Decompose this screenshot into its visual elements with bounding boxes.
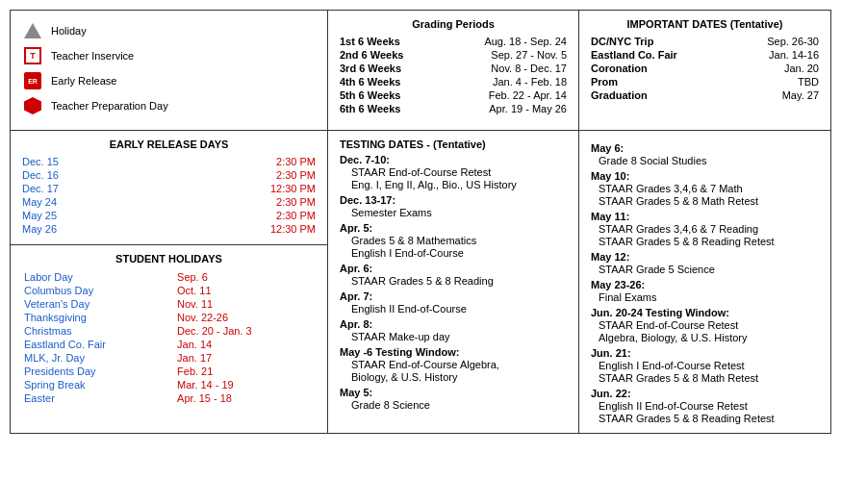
sh-row-2: Columbus Day Oct. 11 (22, 284, 316, 297)
legend-section: Holiday T Teacher Inservice ER Early Rel… (11, 11, 328, 131)
sh-row-1: Labor Day Sep. 6 (22, 270, 316, 284)
er-row-2: Dec. 16 2:30 PM (22, 169, 316, 181)
student-holidays-title: STUDENT HOLIDAYS (22, 253, 316, 265)
sh-row-4: Thanksgiving Nov. 22-26 (22, 311, 316, 324)
test-block-1: Dec. 13-17: Semester Exams (340, 194, 567, 218)
gp-period-4: 4th 6 Weeks (340, 76, 417, 88)
er-row-6: May 26 12:30 PM (22, 223, 316, 235)
er-time-4: 2:30 PM (276, 196, 316, 208)
er-date-6: May 26 (22, 223, 57, 235)
legend-holiday: Holiday (22, 20, 316, 41)
rd-block-2: May 11: STAAR Grades 3,4,6 & 7 Reading S… (591, 211, 819, 247)
rd-block-5: Jun. 20-24 Testing Window: STAAR End-of-… (591, 307, 819, 343)
testing-title: TESTING DATES - (Tentative) (340, 139, 567, 150)
grading-section: Grading Periods 1st 6 Weeks Aug. 18 - Se… (328, 11, 579, 131)
sh-event-8: Presidents Day (22, 365, 175, 378)
rd-item-1-1: STAAR Grades 5 & 8 Math Retest (599, 195, 819, 207)
right-dates-section: May 6: Grade 8 Social Studies May 10: ST… (579, 131, 830, 433)
er-row-5: May 25 2:30 PM (22, 210, 316, 221)
er-date-1: Dec. 15 (22, 156, 59, 167)
sh-event-7: MLK, Jr. Day (22, 351, 175, 365)
rd-header-4: May 23-26: (591, 279, 819, 290)
rd-block-4: May 23-26: Final Exams (591, 279, 819, 303)
gp-dates-4: Jan. 4 - Feb. 18 (493, 76, 567, 88)
rd-item-7-0: English II End-of-Course Retest (599, 400, 819, 412)
sh-date-6: Jan. 14 (175, 338, 316, 351)
teacher-inservice-icon: T (22, 45, 43, 66)
rd-item-0-0: Grade 8 Social Studies (599, 155, 819, 166)
gp-dates-6: Apr. 19 - May 26 (489, 103, 567, 114)
sh-event-9: Spring Break (22, 378, 175, 391)
grading-row-5: 5th 6 Weeks Feb. 22 - Apr. 14 (340, 89, 567, 101)
test-block-3: Apr. 6: STAAR Grades 5 & 8 Reading (340, 263, 567, 287)
sh-row-8: Presidents Day Feb. 21 (22, 365, 316, 378)
er-time-1: 2:30 PM (276, 156, 316, 167)
gp-period-6: 6th 6 Weeks (340, 103, 417, 114)
gp-period-3: 3rd 6 Weeks (340, 63, 417, 74)
imp-row-4: Prom TBD (591, 76, 819, 88)
er-date-5: May 25 (22, 210, 57, 221)
imp-event-5: Graduation (591, 89, 687, 101)
sh-date-9: Mar. 14 - 19 (175, 378, 316, 391)
gp-period-5: 5th 6 Weeks (340, 89, 417, 101)
rd-item-6-1: STAAR Grades 5 & 8 Math Retest (599, 372, 819, 384)
imp-date-4: TBD (798, 76, 819, 88)
test-item-3-0: STAAR Grades 5 & 8 Reading (351, 275, 567, 287)
sh-row-3: Veteran's Day Nov. 11 (22, 297, 316, 311)
gp-dates-1: Aug. 18 - Sep. 24 (484, 36, 567, 47)
important-dates-section: IMPORTANT DATES (Tentative) DC/NYC Trip … (579, 11, 830, 131)
er-date-2: Dec. 16 (22, 169, 59, 181)
test-item-5-0: STAAR Make-up day (351, 331, 567, 342)
teacher-inservice-label: Teacher Inservice (51, 50, 134, 62)
imp-event-4: Prom (591, 76, 687, 88)
er-time-5: 2:30 PM (276, 210, 316, 221)
rd-item-7-1: STAAR Grades 5 & 8 Reading Retest (599, 413, 819, 424)
holiday-icon (22, 20, 43, 41)
test-block-6: May -6 Testing Window: STAAR End-of-Cour… (340, 346, 567, 383)
early-release-section: EARLY RELEASE DAYS Dec. 15 2:30 PM Dec. … (11, 131, 327, 245)
grading-title: Grading Periods (340, 18, 567, 30)
rd-header-3: May 12: (591, 251, 819, 263)
rd-block-3: May 12: STAAR Grade 5 Science (591, 251, 819, 275)
imp-row-1: DC/NYC Trip Sep. 26-30 (591, 36, 819, 47)
holiday-label: Holiday (51, 25, 87, 37)
rd-item-1-0: STAAR Grades 3,4,6 & 7 Math (599, 183, 819, 194)
test-header-1: Dec. 13-17: (340, 194, 567, 206)
left-bottom: EARLY RELEASE DAYS Dec. 15 2:30 PM Dec. … (11, 131, 328, 433)
test-header-7: May 5: (340, 387, 567, 398)
main-container: Holiday T Teacher Inservice ER Early Rel… (10, 10, 831, 434)
grading-row-3: 3rd 6 Weeks Nov. 8 - Dec. 17 (340, 63, 567, 74)
er-time-6: 12:30 PM (270, 223, 316, 235)
imp-date-1: Sep. 26-30 (767, 36, 819, 47)
sh-event-4: Thanksgiving (22, 311, 175, 324)
sh-date-8: Feb. 21 (175, 365, 316, 378)
imp-event-2: Eastland Co. Fair (591, 49, 687, 61)
test-item-1-0: Semester Exams (351, 207, 567, 218)
sh-date-3: Nov. 11 (175, 297, 316, 311)
rd-item-2-0: STAAR Grades 3,4,6 & 7 Reading (599, 223, 819, 235)
er-row-4: May 24 2:30 PM (22, 196, 316, 208)
er-time-2: 2:30 PM (276, 169, 316, 181)
test-header-5: Apr. 8: (340, 318, 567, 330)
test-block-0: Dec. 7-10: STAAR End-of-Course Retest En… (340, 154, 567, 190)
test-item-0-0: STAAR End-of-Course Retest (351, 166, 567, 178)
early-release-title: EARLY RELEASE DAYS (22, 139, 316, 150)
imp-event-1: DC/NYC Trip (591, 36, 687, 47)
imp-event-3: Coronation (591, 63, 687, 74)
test-block-7: May 5: Grade 8 Science (340, 387, 567, 411)
imp-date-5: May. 27 (782, 89, 819, 101)
test-item-7-0: Grade 8 Science (351, 399, 567, 411)
er-row-1: Dec. 15 2:30 PM (22, 156, 316, 167)
grading-row-6: 6th 6 Weeks Apr. 19 - May 26 (340, 103, 567, 114)
rd-header-5: Jun. 20-24 Testing Window: (591, 307, 819, 318)
sh-row-10: Easter Apr. 15 - 18 (22, 391, 316, 405)
important-title: IMPORTANT DATES (Tentative) (591, 18, 819, 30)
rd-block-1: May 10: STAAR Grades 3,4,6 & 7 Math STAA… (591, 170, 819, 207)
test-header-3: Apr. 6: (340, 263, 567, 274)
test-block-5: Apr. 8: STAAR Make-up day (340, 318, 567, 342)
rd-item-6-0: English I End-of-Course Retest (599, 360, 819, 371)
test-item-6-1: Biology, & U.S. History (351, 371, 567, 383)
legend-teacher-inservice: T Teacher Inservice (22, 45, 316, 66)
gp-period-2: 2nd 6 Weeks (340, 49, 417, 61)
imp-date-2: Jan. 14-16 (769, 49, 819, 61)
